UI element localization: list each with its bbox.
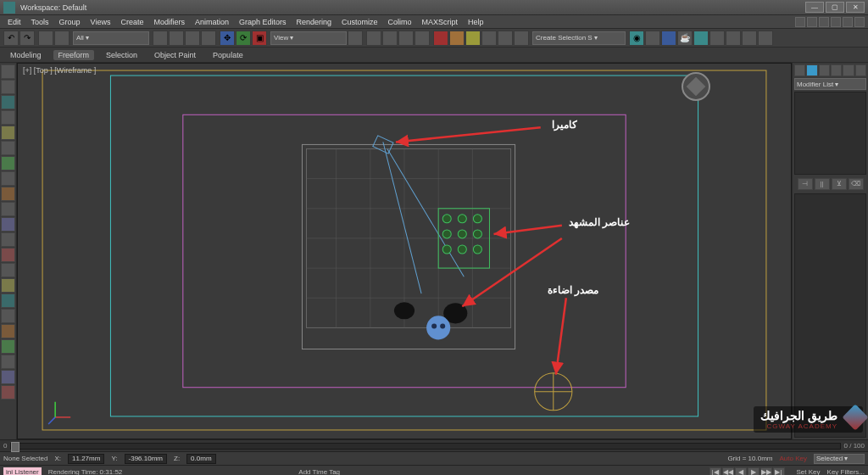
left-tool[interactable] bbox=[1, 355, 15, 369]
quick-icon[interactable] bbox=[831, 17, 841, 27]
menu-group[interactable]: Group bbox=[55, 18, 85, 26]
align-button[interactable] bbox=[498, 31, 513, 46]
timeline[interactable]: 0 0 / 100 bbox=[0, 439, 868, 451]
play-button[interactable]: ▶ bbox=[748, 467, 760, 476]
menu-customize[interactable]: Customize bbox=[337, 18, 382, 26]
left-tool[interactable] bbox=[1, 95, 15, 109]
quick-icon[interactable] bbox=[843, 17, 853, 27]
left-tool[interactable] bbox=[1, 156, 15, 170]
autokey-button[interactable]: Auto Key bbox=[780, 455, 807, 462]
menu-rendering[interactable]: Rendering bbox=[292, 18, 337, 26]
menu-colimo[interactable]: Colimo bbox=[384, 18, 416, 26]
refsys-dropdown[interactable]: View ▾ bbox=[270, 31, 347, 45]
key-target-dropdown[interactable]: Selected ▾ bbox=[814, 454, 865, 464]
filter-dropdown[interactable]: All ▾ bbox=[73, 31, 149, 45]
material-editor-button[interactable]: ◉ bbox=[629, 31, 644, 46]
left-tool[interactable] bbox=[1, 64, 15, 79]
left-tool[interactable] bbox=[1, 171, 15, 186]
coord-y-field[interactable]: -396.10mm bbox=[125, 454, 167, 464]
create-tab[interactable] bbox=[794, 64, 805, 76]
display-tab[interactable] bbox=[843, 64, 854, 76]
render-frame-button[interactable] bbox=[661, 31, 676, 46]
setkey-button[interactable]: Set Key bbox=[797, 468, 821, 475]
goto-start-button[interactable]: |◀ bbox=[709, 467, 721, 476]
menu-modifiers[interactable]: Modifiers bbox=[149, 18, 189, 26]
percent-snap-button[interactable] bbox=[398, 31, 414, 46]
play-reverse-button[interactable]: ◀ bbox=[735, 467, 747, 476]
left-tool[interactable] bbox=[1, 293, 15, 308]
ribbon-freeform[interactable]: Freeform bbox=[53, 50, 95, 60]
minimize-button[interactable]: — bbox=[805, 2, 824, 13]
layer-button[interactable] bbox=[514, 31, 529, 46]
pin-stack-button[interactable]: ⊣ bbox=[798, 178, 813, 190]
pivot-button[interactable] bbox=[348, 31, 363, 46]
coord-z-field[interactable]: 0.0mm bbox=[186, 454, 215, 464]
rotate-button[interactable]: ⟳ bbox=[236, 31, 251, 46]
menu-edit[interactable]: Edit bbox=[3, 18, 25, 26]
menu-help[interactable]: Help bbox=[464, 18, 488, 26]
menu-create[interactable]: Create bbox=[116, 18, 147, 26]
quick-icon[interactable] bbox=[854, 17, 865, 27]
left-tool[interactable] bbox=[1, 217, 15, 232]
menu-views[interactable]: Views bbox=[86, 18, 115, 26]
maxscript-listener[interactable]: ini Listener bbox=[3, 467, 42, 476]
next-frame-button[interactable]: ▶▶ bbox=[760, 467, 772, 476]
coord-x-field[interactable]: 11.27mm bbox=[68, 454, 104, 464]
modifier-stack[interactable] bbox=[794, 92, 866, 175]
scale-button[interactable]: ▣ bbox=[252, 31, 267, 46]
left-tool[interactable] bbox=[1, 110, 15, 125]
render-setup-button[interactable] bbox=[645, 31, 660, 46]
snap-button[interactable] bbox=[366, 31, 381, 46]
menu-graph-editors[interactable]: Graph Editors bbox=[235, 18, 291, 26]
render-button[interactable]: ☕ bbox=[677, 31, 693, 46]
left-tool[interactable] bbox=[1, 187, 15, 201]
menu-maxscript[interactable]: MAXScript bbox=[418, 18, 463, 26]
left-tool[interactable] bbox=[1, 248, 15, 262]
tool-button[interactable] bbox=[449, 31, 465, 46]
quick-icon[interactable] bbox=[795, 17, 805, 27]
left-tool[interactable] bbox=[1, 278, 15, 293]
maximize-button[interactable]: ▢ bbox=[826, 2, 844, 13]
quick-icon[interactable] bbox=[807, 17, 817, 27]
left-tool[interactable] bbox=[1, 232, 15, 247]
selection-set-dropdown[interactable]: Create Selection S ▾ bbox=[532, 31, 626, 45]
ribbon-selection[interactable]: Selection bbox=[101, 50, 142, 60]
tool-button[interactable] bbox=[433, 31, 448, 46]
select-button[interactable] bbox=[153, 31, 168, 46]
ribbon-object-paint[interactable]: Object Paint bbox=[149, 50, 201, 60]
quick-icon[interactable] bbox=[819, 17, 829, 27]
add-time-tag[interactable]: Add Time Tag bbox=[298, 468, 340, 475]
window-crossing-button[interactable] bbox=[201, 31, 216, 46]
left-tool[interactable] bbox=[1, 385, 15, 400]
move-button[interactable]: ✥ bbox=[220, 31, 235, 46]
tool-button[interactable] bbox=[742, 31, 757, 46]
modify-tab[interactable] bbox=[806, 64, 817, 76]
left-tool[interactable] bbox=[1, 309, 15, 323]
left-tool[interactable] bbox=[1, 339, 15, 354]
select-rect-button[interactable] bbox=[185, 31, 200, 46]
redo-button[interactable]: ↷ bbox=[19, 31, 35, 46]
select-name-button[interactable] bbox=[169, 31, 184, 46]
prev-frame-button[interactable]: ◀◀ bbox=[722, 467, 734, 476]
left-tool[interactable] bbox=[1, 202, 15, 216]
motion-tab[interactable] bbox=[831, 64, 842, 76]
angle-snap-button[interactable] bbox=[382, 31, 398, 46]
timeline-track[interactable] bbox=[10, 443, 840, 450]
left-tool[interactable] bbox=[1, 141, 15, 155]
close-button[interactable]: ✕ bbox=[846, 2, 865, 13]
spinner-snap-button[interactable] bbox=[415, 31, 430, 46]
show-result-button[interactable]: || bbox=[815, 178, 830, 190]
left-tool[interactable] bbox=[1, 263, 15, 277]
undo-button[interactable]: ↶ bbox=[3, 31, 19, 46]
hierarchy-tab[interactable] bbox=[819, 64, 830, 76]
modifier-list-dropdown[interactable]: Modifier List ▾ bbox=[794, 78, 866, 90]
scene-explorer-button[interactable] bbox=[693, 31, 709, 46]
remove-modifier-button[interactable]: ⌫ bbox=[849, 178, 864, 190]
link-button[interactable] bbox=[38, 31, 53, 46]
mirror-button[interactable] bbox=[481, 31, 497, 46]
tool-button[interactable] bbox=[709, 31, 725, 46]
unlink-button[interactable] bbox=[54, 31, 70, 46]
goto-end-button[interactable]: ▶| bbox=[773, 467, 785, 476]
utilities-tab[interactable] bbox=[855, 64, 866, 76]
ribbon-populate[interactable]: Populate bbox=[208, 50, 248, 60]
